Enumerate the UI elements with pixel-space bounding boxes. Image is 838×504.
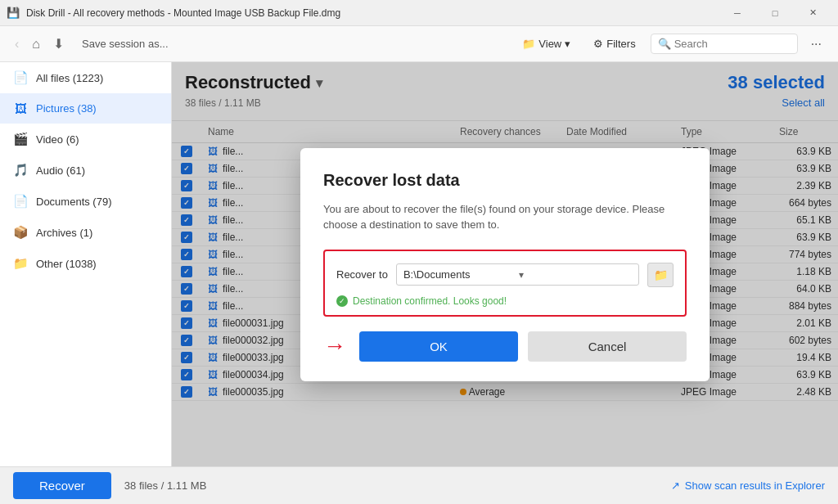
- download-button[interactable]: ⬇: [48, 33, 69, 55]
- sidebar-label-audio: Audio (61): [36, 164, 158, 177]
- save-session-label: Save session as...: [82, 38, 169, 50]
- confirm-checkmark-icon: ✓: [336, 295, 348, 307]
- destination-input[interactable]: B:\Documents ▾: [396, 263, 639, 286]
- sidebar-label-documents: Documents (79): [36, 196, 158, 208]
- save-session-button[interactable]: Save session as...: [75, 34, 175, 53]
- sidebar-item-audio[interactable]: 🎵 Audio (61): [0, 155, 171, 186]
- titlebar: 💾 Disk Drill - All recovery methods - Mo…: [0, 0, 838, 26]
- search-input[interactable]: [674, 38, 791, 50]
- documents-icon: 📄: [13, 194, 28, 209]
- nav-buttons: ‹ ⌂ ⬇: [10, 33, 69, 55]
- content-area: Reconstructed ▾ 38 selected 38 files / 1…: [172, 62, 838, 466]
- dialog-title: Recover lost data: [323, 171, 687, 190]
- recover-dialog: Recover lost data You are about to recov…: [300, 148, 710, 381]
- pictures-icon: 🖼: [13, 101, 28, 115]
- folder-icon: 📁: [522, 38, 535, 50]
- more-button[interactable]: ···: [804, 34, 828, 55]
- search-icon: 🔍: [658, 38, 671, 50]
- show-in-explorer-button[interactable]: ↗ Show scan results in Explorer: [671, 479, 825, 492]
- sidebar-item-all-files[interactable]: 📄 All files (1223): [0, 62, 171, 93]
- toolbar: ‹ ⌂ ⬇ Save session as... 📁 View ▾ ⚙ Filt…: [0, 26, 838, 62]
- bottombar: Recover 38 files / 1.11 MB ↗ Show scan r…: [0, 466, 838, 504]
- sidebar: 📄 All files (1223) 🖼 Pictures (38) 🎬 Vid…: [0, 62, 172, 466]
- window-controls: ─ □ ✕: [719, 0, 831, 26]
- dialog-description: You are about to recover the file(s) fou…: [323, 201, 687, 233]
- filters-button[interactable]: ⚙ Filters: [585, 34, 643, 53]
- archives-icon: 📦: [13, 225, 28, 240]
- destination-path: B:\Documents: [403, 268, 516, 281]
- search-box[interactable]: 🔍: [651, 34, 798, 54]
- titlebar-title: Disk Drill - All recovery methods - Moun…: [26, 7, 719, 19]
- folder-browse-icon: 📁: [654, 268, 668, 281]
- video-icon: 🎬: [13, 132, 28, 146]
- view-label: View: [538, 38, 561, 50]
- maximize-button[interactable]: □: [756, 0, 794, 26]
- filters-icon: ⚙: [593, 38, 603, 50]
- show-in-explorer-label: Show scan results in Explorer: [685, 479, 825, 492]
- sidebar-label-pictures: Pictures (38): [36, 102, 158, 115]
- explorer-icon: ↗: [671, 479, 680, 492]
- minimize-button[interactable]: ─: [719, 0, 756, 26]
- audio-icon: 🎵: [13, 163, 28, 178]
- recover-to-row: Recover to B:\Documents ▾ 📁: [336, 263, 674, 287]
- all-files-icon: 📄: [13, 70, 28, 85]
- destination-confirm-row: ✓ Destination confirmed. Looks good!: [336, 295, 674, 307]
- app-icon: 💾: [7, 7, 20, 20]
- sidebar-label-archives: Archives (1): [36, 227, 158, 239]
- main-layout: 📄 All files (1223) 🖼 Pictures (38) 🎬 Vid…: [0, 62, 838, 466]
- arrow-right-icon: →: [323, 333, 346, 359]
- sidebar-item-pictures[interactable]: 🖼 Pictures (38): [0, 93, 171, 124]
- sidebar-item-archives[interactable]: 📦 Archives (1): [0, 217, 171, 248]
- dialog-overlay: Recover lost data You are about to recov…: [172, 62, 838, 466]
- cancel-button[interactable]: Cancel: [528, 331, 687, 362]
- close-button[interactable]: ✕: [794, 0, 831, 26]
- sidebar-label-other: Other (1038): [36, 258, 158, 270]
- bottom-file-info: 38 files / 1.11 MB: [124, 479, 206, 492]
- view-button[interactable]: 📁 View ▾: [514, 34, 579, 53]
- confirm-text: Destination confirmed. Looks good!: [353, 295, 507, 307]
- home-button[interactable]: ⌂: [27, 34, 45, 55]
- recover-to-label: Recover to: [336, 268, 388, 281]
- sidebar-item-video[interactable]: 🎬 Video (6): [0, 124, 171, 155]
- recover-button[interactable]: Recover: [13, 472, 111, 499]
- recover-destination-box: Recover to B:\Documents ▾ 📁 ✓ Destinatio…: [323, 250, 687, 317]
- sidebar-label-all-files: All files (1223): [36, 72, 158, 84]
- filters-label: Filters: [606, 38, 635, 50]
- sidebar-label-video: Video (6): [36, 133, 158, 146]
- ok-button[interactable]: OK: [359, 331, 518, 362]
- view-chevron-icon: ▾: [565, 38, 570, 50]
- browse-folder-button[interactable]: 📁: [647, 263, 674, 287]
- dialog-actions: → OK Cancel: [323, 331, 687, 362]
- sidebar-item-other[interactable]: 📁 Other (1038): [0, 248, 171, 279]
- sidebar-item-documents[interactable]: 📄 Documents (79): [0, 186, 171, 217]
- other-icon: 📁: [13, 256, 28, 271]
- back-button[interactable]: ‹: [10, 34, 24, 55]
- destination-dropdown-icon[interactable]: ▾: [519, 269, 632, 281]
